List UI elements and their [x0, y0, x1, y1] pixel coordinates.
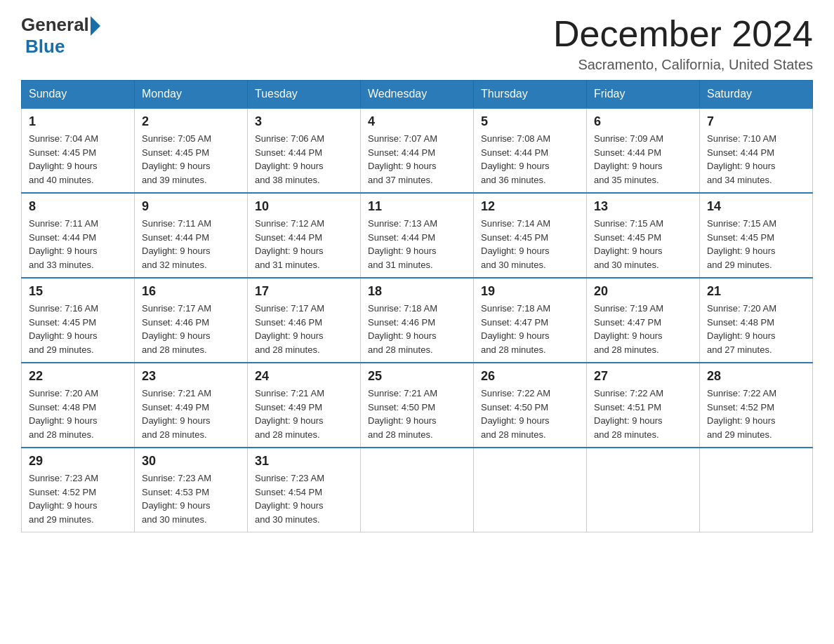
day-number: 5 — [481, 114, 579, 129]
calendar-week-row: 1 Sunrise: 7:04 AM Sunset: 4:45 PM Dayli… — [22, 108, 813, 193]
logo-general-text: General — [21, 14, 89, 36]
calendar-cell: 15 Sunrise: 7:16 AM Sunset: 4:45 PM Dayl… — [22, 278, 135, 363]
month-title: December 2024 — [553, 14, 813, 54]
empty-cell — [361, 448, 474, 532]
day-info: Sunrise: 7:11 AM Sunset: 4:44 PM Dayligh… — [29, 217, 127, 271]
day-number: 6 — [594, 114, 692, 129]
day-number: 4 — [368, 114, 466, 129]
day-number: 10 — [255, 199, 353, 214]
calendar-cell: 10 Sunrise: 7:12 AM Sunset: 4:44 PM Dayl… — [248, 193, 361, 278]
day-info: Sunrise: 7:16 AM Sunset: 4:45 PM Dayligh… — [29, 302, 127, 356]
calendar-cell: 22 Sunrise: 7:20 AM Sunset: 4:48 PM Dayl… — [22, 363, 135, 448]
day-info: Sunrise: 7:10 AM Sunset: 4:44 PM Dayligh… — [707, 132, 805, 187]
calendar-cell: 2 Sunrise: 7:05 AM Sunset: 4:45 PM Dayli… — [135, 108, 248, 193]
calendar-cell: 24 Sunrise: 7:21 AM Sunset: 4:49 PM Dayl… — [248, 363, 361, 448]
day-number: 28 — [707, 369, 805, 384]
day-info: Sunrise: 7:18 AM Sunset: 4:46 PM Dayligh… — [368, 302, 466, 356]
calendar-cell: 5 Sunrise: 7:08 AM Sunset: 4:44 PM Dayli… — [474, 108, 587, 193]
calendar-cell: 13 Sunrise: 7:15 AM Sunset: 4:45 PM Dayl… — [587, 193, 700, 278]
day-number: 17 — [255, 284, 353, 299]
logo-blue-text: Blue — [25, 36, 65, 58]
day-info: Sunrise: 7:21 AM Sunset: 4:49 PM Dayligh… — [142, 387, 240, 441]
empty-cell — [474, 448, 587, 532]
calendar-table: Sunday Monday Tuesday Wednesday Thursday… — [21, 80, 813, 532]
day-info: Sunrise: 7:04 AM Sunset: 4:45 PM Dayligh… — [29, 132, 127, 187]
day-number: 3 — [255, 114, 353, 129]
day-number: 23 — [142, 369, 240, 384]
day-number: 18 — [368, 284, 466, 299]
calendar-cell: 12 Sunrise: 7:14 AM Sunset: 4:45 PM Dayl… — [474, 193, 587, 278]
day-number: 27 — [594, 369, 692, 384]
day-info: Sunrise: 7:21 AM Sunset: 4:49 PM Dayligh… — [255, 387, 353, 441]
calendar-week-row: 8 Sunrise: 7:11 AM Sunset: 4:44 PM Dayli… — [22, 193, 813, 278]
day-info: Sunrise: 7:15 AM Sunset: 4:45 PM Dayligh… — [707, 217, 805, 271]
day-info: Sunrise: 7:22 AM Sunset: 4:52 PM Dayligh… — [707, 387, 805, 441]
day-info: Sunrise: 7:20 AM Sunset: 4:48 PM Dayligh… — [707, 302, 805, 356]
day-number: 8 — [29, 199, 127, 214]
day-info: Sunrise: 7:22 AM Sunset: 4:50 PM Dayligh… — [481, 387, 579, 441]
calendar-cell: 6 Sunrise: 7:09 AM Sunset: 4:44 PM Dayli… — [587, 108, 700, 193]
logo-triangle-icon — [91, 16, 100, 36]
day-number: 2 — [142, 114, 240, 129]
day-info: Sunrise: 7:23 AM Sunset: 4:53 PM Dayligh… — [142, 471, 240, 526]
header-tuesday: Tuesday — [248, 81, 361, 109]
day-info: Sunrise: 7:23 AM Sunset: 4:52 PM Dayligh… — [29, 471, 127, 526]
day-number: 26 — [481, 369, 579, 384]
calendar-cell: 1 Sunrise: 7:04 AM Sunset: 4:45 PM Dayli… — [22, 108, 135, 193]
calendar-cell: 23 Sunrise: 7:21 AM Sunset: 4:49 PM Dayl… — [135, 363, 248, 448]
calendar-cell: 3 Sunrise: 7:06 AM Sunset: 4:44 PM Dayli… — [248, 108, 361, 193]
calendar-cell: 25 Sunrise: 7:21 AM Sunset: 4:50 PM Dayl… — [361, 363, 474, 448]
calendar-cell: 29 Sunrise: 7:23 AM Sunset: 4:52 PM Dayl… — [22, 448, 135, 532]
day-info: Sunrise: 7:14 AM Sunset: 4:45 PM Dayligh… — [481, 217, 579, 271]
day-number: 25 — [368, 369, 466, 384]
day-number: 22 — [29, 369, 127, 384]
day-info: Sunrise: 7:06 AM Sunset: 4:44 PM Dayligh… — [255, 132, 353, 187]
day-info: Sunrise: 7:07 AM Sunset: 4:44 PM Dayligh… — [368, 132, 466, 187]
day-info: Sunrise: 7:11 AM Sunset: 4:44 PM Dayligh… — [142, 217, 240, 271]
day-number: 21 — [707, 284, 805, 299]
day-number: 14 — [707, 199, 805, 214]
page-header: General Blue December 2024 Sacramento, C… — [21, 14, 813, 73]
day-number: 31 — [255, 454, 353, 469]
calendar-cell: 16 Sunrise: 7:17 AM Sunset: 4:46 PM Dayl… — [135, 278, 248, 363]
header-friday: Friday — [587, 81, 700, 109]
calendar-cell: 27 Sunrise: 7:22 AM Sunset: 4:51 PM Dayl… — [587, 363, 700, 448]
title-section: December 2024 Sacramento, California, Un… — [553, 14, 813, 73]
day-info: Sunrise: 7:13 AM Sunset: 4:44 PM Dayligh… — [368, 217, 466, 271]
calendar-cell: 18 Sunrise: 7:18 AM Sunset: 4:46 PM Dayl… — [361, 278, 474, 363]
calendar-cell: 11 Sunrise: 7:13 AM Sunset: 4:44 PM Dayl… — [361, 193, 474, 278]
day-info: Sunrise: 7:08 AM Sunset: 4:44 PM Dayligh… — [481, 132, 579, 187]
day-info: Sunrise: 7:12 AM Sunset: 4:44 PM Dayligh… — [255, 217, 353, 271]
header-saturday: Saturday — [700, 81, 813, 109]
day-number: 24 — [255, 369, 353, 384]
calendar-cell: 17 Sunrise: 7:17 AM Sunset: 4:46 PM Dayl… — [248, 278, 361, 363]
day-info: Sunrise: 7:15 AM Sunset: 4:45 PM Dayligh… — [594, 217, 692, 271]
day-number: 11 — [368, 199, 466, 214]
calendar-week-row: 29 Sunrise: 7:23 AM Sunset: 4:52 PM Dayl… — [22, 448, 813, 532]
day-info: Sunrise: 7:09 AM Sunset: 4:44 PM Dayligh… — [594, 132, 692, 187]
day-info: Sunrise: 7:18 AM Sunset: 4:47 PM Dayligh… — [481, 302, 579, 356]
day-number: 30 — [142, 454, 240, 469]
calendar-cell: 30 Sunrise: 7:23 AM Sunset: 4:53 PM Dayl… — [135, 448, 248, 532]
day-info: Sunrise: 7:19 AM Sunset: 4:47 PM Dayligh… — [594, 302, 692, 356]
calendar-cell: 20 Sunrise: 7:19 AM Sunset: 4:47 PM Dayl… — [587, 278, 700, 363]
header-thursday: Thursday — [474, 81, 587, 109]
day-info: Sunrise: 7:21 AM Sunset: 4:50 PM Dayligh… — [368, 387, 466, 441]
day-info: Sunrise: 7:20 AM Sunset: 4:48 PM Dayligh… — [29, 387, 127, 441]
day-number: 29 — [29, 454, 127, 469]
calendar-cell: 19 Sunrise: 7:18 AM Sunset: 4:47 PM Dayl… — [474, 278, 587, 363]
day-number: 1 — [29, 114, 127, 129]
calendar-cell: 8 Sunrise: 7:11 AM Sunset: 4:44 PM Dayli… — [22, 193, 135, 278]
calendar-body: 1 Sunrise: 7:04 AM Sunset: 4:45 PM Dayli… — [22, 108, 813, 532]
day-number: 12 — [481, 199, 579, 214]
day-info: Sunrise: 7:05 AM Sunset: 4:45 PM Dayligh… — [142, 132, 240, 187]
day-number: 7 — [707, 114, 805, 129]
calendar-cell: 4 Sunrise: 7:07 AM Sunset: 4:44 PM Dayli… — [361, 108, 474, 193]
day-info: Sunrise: 7:22 AM Sunset: 4:51 PM Dayligh… — [594, 387, 692, 441]
location-subtitle: Sacramento, California, United States — [553, 57, 813, 73]
calendar-week-row: 22 Sunrise: 7:20 AM Sunset: 4:48 PM Dayl… — [22, 363, 813, 448]
empty-cell — [700, 448, 813, 532]
day-number: 16 — [142, 284, 240, 299]
calendar-cell: 7 Sunrise: 7:10 AM Sunset: 4:44 PM Dayli… — [700, 108, 813, 193]
day-number: 20 — [594, 284, 692, 299]
